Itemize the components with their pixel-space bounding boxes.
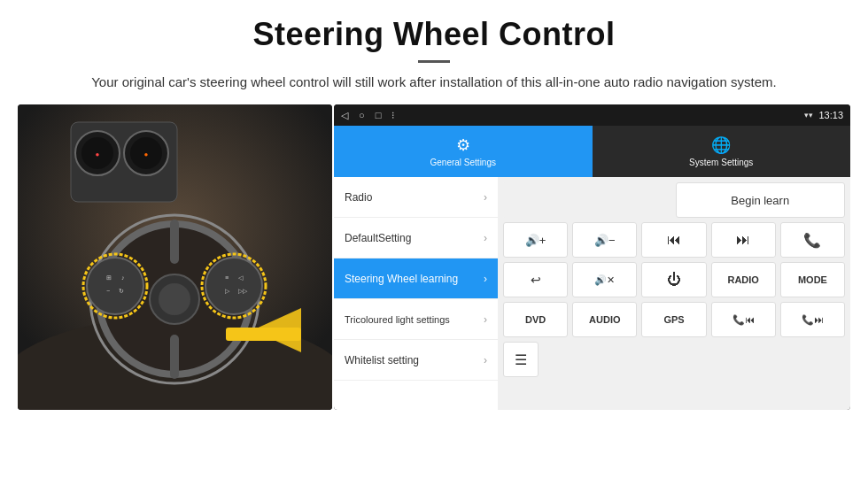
tab-bar: ⚙ General Settings 🌐 System Settings: [334, 126, 850, 177]
radio-button[interactable]: RADIO: [711, 262, 776, 297]
svg-point-22: [205, 258, 262, 314]
menu-tricolour-label: Tricoloured light settings: [345, 314, 450, 325]
status-right: ▾▾ 13:13: [804, 110, 843, 120]
menu-whitelist-label: Whitelist setting: [345, 354, 419, 366]
svg-text:●: ●: [144, 150, 149, 158]
nav-buttons: ◁ ○ □ ⁝: [341, 110, 395, 121]
dvd-button[interactable]: DVD: [503, 302, 568, 337]
nav-back-icon[interactable]: ◁: [341, 110, 348, 121]
page-title: Steering Wheel Control: [53, 16, 815, 53]
mute-button[interactable]: 🔊✕: [572, 262, 637, 297]
phone-next-button[interactable]: 📞⏭: [780, 302, 845, 337]
menu-tricolour-chevron: ›: [484, 313, 487, 326]
phone-prev-button[interactable]: 📞⏮: [711, 302, 776, 337]
menu-item-radio[interactable]: Radio ›: [334, 177, 498, 218]
mode-button[interactable]: MODE: [780, 262, 845, 297]
svg-text:⊞: ⊞: [106, 274, 112, 281]
menu-default-label: DefaultSetting: [345, 232, 411, 244]
car-image-svg: ● ● ⊞ ♪ − ↻ ≡ ◁ ▷: [18, 104, 332, 410]
ctrl-row-2: 🔊+ 🔊− ⏮ ⏭ 📞: [503, 222, 845, 258]
page-subtitle: Your original car's steering wheel contr…: [53, 72, 815, 92]
list-button[interactable]: ☰: [503, 342, 539, 377]
status-time: 13:13: [818, 110, 843, 120]
menu-steering-label: Steering Wheel learning: [345, 273, 458, 285]
svg-text:●: ●: [96, 150, 100, 158]
vol-up-button[interactable]: 🔊+: [503, 222, 568, 258]
nav-home-icon[interactable]: ○: [359, 110, 365, 120]
power-button[interactable]: ⏻: [641, 262, 706, 297]
menu-item-whitelist[interactable]: Whitelist setting ›: [334, 340, 498, 381]
tab-system-label: System Settings: [689, 158, 753, 167]
wifi-icon: ▾▾: [804, 111, 813, 120]
tab-system[interactable]: 🌐 System Settings: [593, 126, 851, 177]
system-icon: 🌐: [711, 135, 731, 155]
svg-point-16: [159, 283, 190, 315]
vol-down-button[interactable]: 🔊−: [572, 222, 637, 258]
menu-radio-chevron: ›: [484, 191, 487, 204]
menu-radio-label: Radio: [345, 191, 372, 204]
next-track-button[interactable]: ⏭: [711, 222, 776, 258]
nav-recent-icon[interactable]: □: [376, 110, 382, 120]
menu-item-default[interactable]: DefaultSetting ›: [334, 218, 498, 258]
menu-item-tricolour[interactable]: Tricoloured light settings ›: [334, 299, 498, 340]
menu-steering-chevron: ›: [484, 273, 487, 285]
title-divider: [418, 60, 450, 63]
android-panel: ◁ ○ □ ⁝ ▾▾ 13:13 ⚙ General Settings 🌐 Sy…: [334, 104, 850, 410]
menu-default-chevron: ›: [484, 232, 487, 244]
left-menu: Radio › DefaultSetting › Steering Wheel …: [334, 177, 498, 410]
content-area: Radio › DefaultSetting › Steering Wheel …: [334, 177, 850, 410]
svg-point-17: [87, 258, 143, 314]
svg-text:≡: ≡: [225, 274, 229, 281]
prev-track-button[interactable]: ⏮: [641, 222, 706, 258]
svg-text:♪: ♪: [121, 274, 125, 281]
hangup-button[interactable]: ↩: [503, 262, 568, 297]
svg-rect-30: [226, 328, 301, 341]
empty-space-1: [503, 182, 671, 218]
right-controls-panel: Begin learn 🔊+ 🔊− ⏮ ⏭ 📞 ↩ 🔊✕ ⏻ RADIO MOD: [498, 177, 850, 410]
page-header: Steering Wheel Control Your original car…: [0, 0, 868, 104]
main-content: ● ● ⊞ ♪ − ↻ ≡ ◁ ▷: [18, 104, 850, 410]
ctrl-row-1: Begin learn: [503, 182, 845, 218]
ctrl-row-4: DVD AUDIO GPS 📞⏮ 📞⏭: [503, 302, 845, 337]
ctrl-row-5: ☰: [503, 342, 845, 377]
settings-icon: ⚙: [456, 135, 470, 155]
gps-button[interactable]: GPS: [641, 302, 706, 337]
audio-button[interactable]: AUDIO: [572, 302, 637, 337]
phone-button[interactable]: 📞: [780, 222, 845, 258]
menu-item-steering[interactable]: Steering Wheel learning ›: [334, 258, 498, 299]
menu-whitelist-chevron: ›: [484, 354, 487, 366]
begin-learn-button[interactable]: Begin learn: [676, 182, 846, 218]
svg-text:−: −: [106, 288, 110, 294]
ctrl-row-3: ↩ 🔊✕ ⏻ RADIO MODE: [503, 262, 845, 297]
svg-text:▷▷: ▷▷: [238, 288, 248, 294]
nav-dots-icon[interactable]: ⁝: [391, 110, 395, 121]
tab-general[interactable]: ⚙ General Settings: [334, 126, 593, 177]
tab-general-label: General Settings: [430, 158, 497, 167]
status-bar: ◁ ○ □ ⁝ ▾▾ 13:13: [334, 104, 850, 126]
car-image-panel: ● ● ⊞ ♪ − ↻ ≡ ◁ ▷: [18, 104, 332, 410]
svg-text:↻: ↻: [119, 288, 124, 294]
